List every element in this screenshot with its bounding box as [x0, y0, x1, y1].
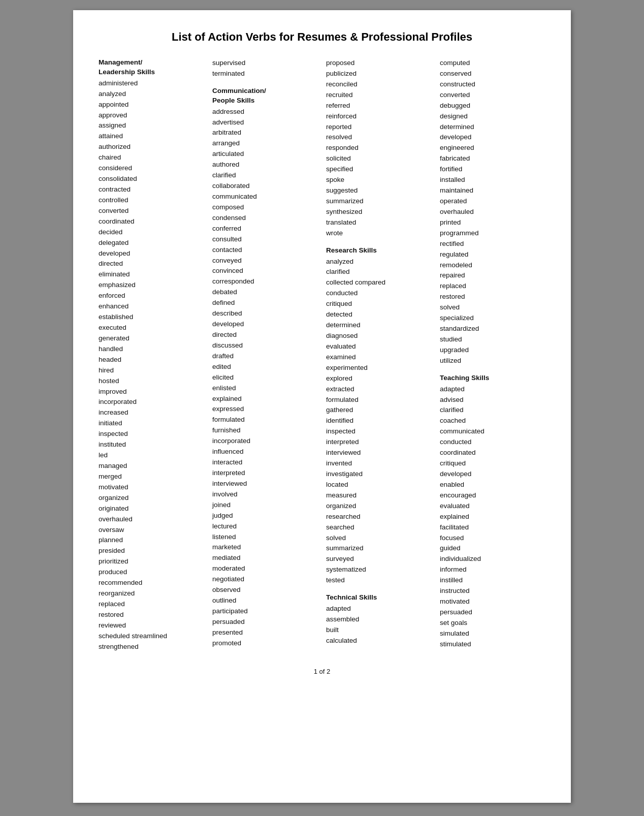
word: responded: [326, 143, 432, 153]
word: computed: [440, 58, 545, 69]
word: studied: [440, 334, 545, 345]
word: formulated: [326, 395, 432, 405]
word: examined: [326, 352, 432, 363]
word: critiqued: [326, 299, 432, 309]
word: originated: [99, 504, 204, 514]
word: adapted: [440, 384, 545, 395]
word: remodeled: [440, 260, 545, 271]
word: appointed: [99, 100, 204, 110]
word: clarified: [440, 405, 545, 416]
word: condensed: [212, 213, 318, 224]
word: arbitrated: [212, 128, 318, 138]
word: addressed: [212, 107, 318, 117]
word: specialized: [440, 313, 545, 324]
word: consolidated: [99, 174, 204, 184]
word: lectured: [212, 521, 318, 532]
word: enhanced: [99, 301, 204, 312]
word: synthesized: [326, 207, 432, 217]
word: persuaded: [212, 617, 318, 627]
word: interviewed: [212, 479, 318, 489]
word: detected: [326, 309, 432, 320]
word: simulated: [440, 629, 545, 639]
word: composed: [212, 202, 318, 213]
word: explained: [212, 394, 318, 404]
word: guided: [440, 543, 545, 554]
word: focused: [440, 533, 545, 544]
word: listened: [212, 532, 318, 543]
word: clarified: [212, 170, 318, 181]
word: decided: [99, 227, 204, 238]
word: standardized: [440, 324, 545, 334]
word: strengthened: [99, 642, 204, 652]
word: consulted: [212, 234, 318, 245]
word: increased: [99, 407, 204, 418]
word: initiated: [99, 418, 204, 429]
section-header-teaching: Teaching Skills: [440, 373, 545, 383]
word: inspected: [99, 429, 204, 440]
word: mediated: [212, 553, 318, 563]
word: solved: [326, 533, 432, 544]
column-3: proposed publicized reconciled recruited…: [322, 58, 436, 652]
word: determined: [440, 122, 545, 133]
word: diagnosed: [326, 331, 432, 341]
word: interviewed: [326, 448, 432, 458]
word: adapted: [326, 604, 432, 614]
word: chaired: [99, 152, 204, 163]
word: reported: [326, 122, 432, 133]
word: engineered: [440, 143, 545, 153]
word: eliminated: [99, 269, 204, 280]
word: collected compared: [326, 277, 432, 288]
word: influenced: [212, 447, 318, 457]
word: delegated: [99, 238, 204, 248]
word: proposed: [326, 58, 432, 69]
word: directed: [212, 330, 318, 340]
word: attained: [99, 131, 204, 142]
word: replaced: [440, 281, 545, 292]
word: enabled: [440, 480, 545, 490]
page-title: List of Action Verbs for Resumes & Profe…: [99, 30, 545, 44]
word: coordinated: [440, 448, 545, 458]
word: judged: [212, 511, 318, 521]
word: surveyed: [326, 554, 432, 564]
word: debated: [212, 287, 318, 298]
word: researched: [326, 512, 432, 522]
word: translated: [326, 217, 432, 228]
word: spoke: [326, 175, 432, 185]
word: elicited: [212, 372, 318, 383]
word: critiqued: [440, 458, 545, 469]
word: reorganized: [99, 588, 204, 599]
word: recruited: [326, 90, 432, 101]
word: individualized: [440, 554, 545, 564]
word: determined: [326, 320, 432, 331]
word: designed: [440, 111, 545, 122]
word: persuaded: [440, 607, 545, 618]
word: referred: [326, 101, 432, 111]
section-header-communication: Communication/People Skills: [212, 86, 318, 106]
word: defined: [212, 298, 318, 308]
word: scheduled streamlined: [99, 631, 204, 642]
word: restored: [99, 610, 204, 620]
word: experimented: [326, 363, 432, 373]
word: discussed: [212, 340, 318, 351]
word: utilized: [440, 356, 545, 366]
word: articulated: [212, 149, 318, 160]
word: contacted: [212, 245, 318, 256]
word: recommended: [99, 578, 204, 588]
word: investigated: [326, 469, 432, 480]
word: incorporated: [99, 397, 204, 407]
word: produced: [99, 567, 204, 578]
word: presented: [212, 627, 318, 638]
word: interpreted: [212, 468, 318, 479]
word: conferred: [212, 224, 318, 234]
word: advertised: [212, 117, 318, 128]
columns-container: Management/Leadership Skills administere…: [99, 58, 545, 652]
word: authorized: [99, 142, 204, 152]
word: emphasized: [99, 280, 204, 291]
word: communicated: [212, 192, 318, 202]
column-4: computed conserved constructed converted…: [436, 58, 545, 652]
word: restored: [440, 292, 545, 302]
column-1: Management/Leadership Skills administere…: [99, 58, 208, 652]
word: stimulated: [440, 639, 545, 650]
word: built: [326, 625, 432, 636]
section-header-technical: Technical Skills: [326, 593, 432, 603]
